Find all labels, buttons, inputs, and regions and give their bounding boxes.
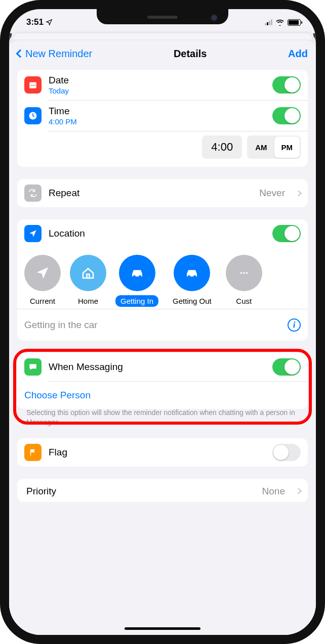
svg-point-12 [243,272,245,274]
date-row[interactable]: Date Today [17,70,308,100]
speaker [147,16,178,19]
priority-row[interactable]: Priority None [17,479,308,502]
calendar-icon [24,76,42,94]
svg-rect-4 [34,85,35,86]
svg-point-8 [139,275,141,278]
add-button[interactable]: Add [288,48,308,60]
more-icon [226,255,262,291]
repeat-icon [24,185,42,202]
messaging-label: When Messaging [49,361,265,373]
time-toggle[interactable] [272,107,301,124]
location-toggle[interactable] [272,225,301,242]
loc-custom-label: Cust [231,295,257,307]
loc-home[interactable]: Home [70,255,106,307]
date-toggle[interactable] [272,76,301,94]
home-icon [70,255,106,291]
flag-card: Flag [17,438,308,467]
battery-icon [288,19,301,26]
flag-row[interactable]: Flag [17,438,308,467]
wifi-icon [275,19,285,26]
loc-getting-out-label: Getting Out [168,295,217,307]
back-button[interactable]: New Reminder [17,48,92,60]
location-detail-text: Getting in the car [24,319,282,331]
loc-current-label: Current [25,295,60,307]
date-value: Today [49,86,265,95]
home-indicator[interactable] [125,627,200,630]
navbar: New Reminder Details Add [9,40,316,67]
date-time-card: Date Today Time 4:00 PM [17,70,308,167]
loc-current[interactable]: Current [24,255,61,307]
back-label: New Reminder [25,48,92,60]
repeat-value: Never [259,188,285,199]
status-time: 3:51 [26,17,44,27]
info-icon[interactable]: i [288,318,301,332]
loc-custom[interactable]: Cust [226,255,262,307]
time-row[interactable]: Time 4:00 PM [17,101,308,131]
front-camera [212,15,217,20]
messaging-row[interactable]: When Messaging [17,353,308,381]
details-sheet: New Reminder Details Add Date Today [9,40,316,635]
messaging-toggle[interactable] [272,358,301,376]
svg-rect-1 [29,82,36,84]
car-out-icon [174,255,210,291]
repeat-row[interactable]: Repeat Never [17,179,308,207]
am-option[interactable]: AM [248,136,274,158]
time-numeric[interactable]: 4:00 [202,135,242,159]
loc-getting-in[interactable]: Getting In [115,255,158,307]
car-icon [119,255,155,291]
location-card: Location Current Home [17,219,308,341]
sheet-background: New Reminder Details Add Date Today [9,33,316,635]
clock-icon [24,107,42,124]
chevron-right-icon [295,190,302,197]
location-options[interactable]: Current Home Getting In Getting Out [17,248,308,309]
messaging-card: When Messaging Choose Person [17,353,308,409]
time-picker: 4:00 AM PM [17,131,308,167]
page-title: Details [174,48,207,60]
messages-icon [24,358,42,376]
flag-icon [24,444,42,461]
device-frame: 3:51 New Reminder [0,0,325,644]
priority-label: Priority [26,486,255,497]
svg-rect-2 [31,85,32,86]
svg-rect-6 [87,274,90,279]
priority-value: None [262,486,285,497]
date-label: Date [49,75,265,86]
cellular-icon [265,19,272,25]
chevron-right-icon [295,488,302,494]
flag-label: Flag [49,447,265,458]
location-label: Location [49,228,265,239]
repeat-card: Repeat Never [17,179,308,207]
location-row[interactable]: Location [17,219,308,248]
priority-card: Priority None [17,479,308,502]
choose-person-button[interactable]: Choose Person [17,382,308,409]
loc-home-label: Home [73,295,103,307]
loc-getting-out[interactable]: Getting Out [168,255,217,307]
svg-point-7 [133,275,135,278]
svg-point-9 [188,275,190,278]
repeat-label: Repeat [49,188,252,199]
location-icon [24,225,42,242]
time-value: 4:00 PM [49,117,265,126]
chevron-left-icon [16,50,25,58]
svg-point-10 [194,275,196,278]
sheet-under [13,33,312,39]
location-detail-row[interactable]: Getting in the car i [17,309,308,341]
svg-point-11 [240,272,242,274]
arrow-icon [24,255,61,291]
svg-point-13 [246,272,248,274]
content: Date Today Time 4:00 PM [9,67,316,635]
flag-toggle[interactable] [272,444,301,461]
pm-option[interactable]: PM [274,136,300,158]
time-label: Time [49,106,265,117]
ampm-segment[interactable]: AM PM [247,135,301,159]
messaging-footer: Selecting this option will show the remi… [17,408,308,427]
location-arrow-icon [46,19,53,26]
svg-rect-3 [32,85,33,86]
loc-getting-in-label: Getting In [115,295,158,307]
